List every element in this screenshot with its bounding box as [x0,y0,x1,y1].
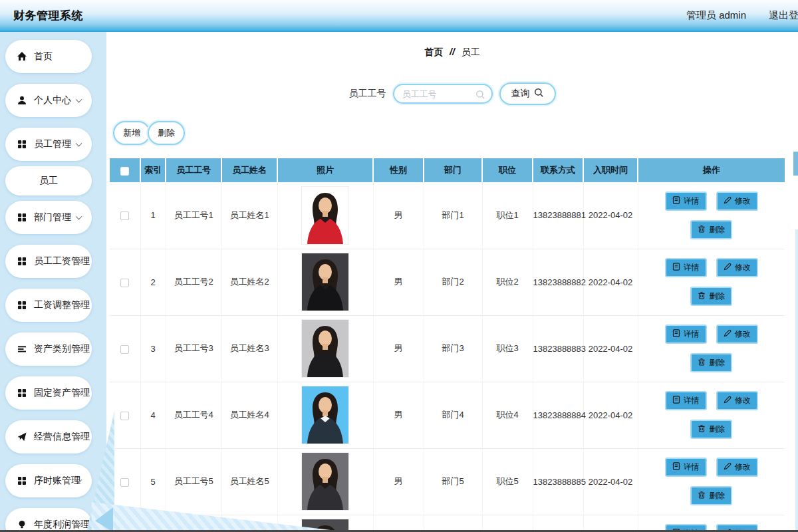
cell-dept: 部门3 [424,315,482,382]
delete-button-label: 删除 [709,291,725,302]
col-header-code: 员工工号 [166,158,221,182]
employee-photo [302,253,348,311]
search-input[interactable] [402,89,474,99]
cell-name: 员工姓名4 [221,382,277,448]
delete-button-label: 删除 [709,424,725,435]
employee-photo [302,453,348,510]
cell-phone: 13823888885 [533,448,583,515]
cell-phone: 13823888884 [533,382,583,448]
breadcrumb-separator: // [446,47,459,57]
bulb-icon [17,519,27,530]
col-header-position: 职位 [482,158,533,182]
cell-position: 职位2 [482,249,533,315]
delete-row-button[interactable]: 删除 [690,420,732,439]
table-toolbar: 新增 删除 [113,121,798,145]
table-row: 4 员工工号4 员工姓名4 男 部门4 职位4 13823888884 2022… [110,382,785,448]
row-checkbox[interactable] [120,478,129,487]
sidebar-item-fixed-asset-mgmt[interactable]: 固定资产管理 [5,376,92,410]
list-icon [17,344,27,354]
cell-position: 职位4 [482,382,533,448]
edit-button[interactable]: 修改 [716,391,758,410]
sidebar-item-personal-center[interactable]: 个人中心 [5,84,92,117]
row-checkbox[interactable] [120,412,129,420]
edit-button[interactable]: 修改 [716,458,758,477]
cell-phone: 13823888883 [533,315,583,382]
sidebar-item-label: 首页 [34,51,53,63]
col-header-actions: 操作 [638,158,785,182]
select-all-checkbox[interactable] [120,167,129,176]
breadcrumb: 首页 // 员工 [106,47,798,59]
detail-button[interactable]: 详情 [665,325,707,344]
trash-icon [698,491,706,501]
sidebar-item-asset-category-mgmt[interactable]: 资产类别管理 [5,332,92,366]
chevron-down-icon [76,96,82,103]
row-actions: 详情 修改 删除 [638,258,785,306]
detail-button[interactable]: 详情 [665,391,707,410]
detail-button[interactable]: 详情 [665,192,707,211]
col-header-date: 入职时间 [583,158,638,182]
breadcrumb-home[interactable]: 首页 [424,47,443,57]
delete-button-label: 删除 [709,357,725,368]
chevron-down-icon [76,213,82,220]
sidebar-item-annual-profit-mgmt[interactable]: 年度利润管理 [5,508,92,532]
cell-gender: 男 [373,382,424,448]
grid-icon [17,212,27,223]
app-title: 财务管理系统 [13,8,83,23]
trash-icon [698,424,706,434]
delete-button[interactable]: 删除 [148,121,185,145]
employee-photo [302,187,348,244]
detail-button[interactable]: 详情 [665,458,707,477]
cell-index: 1 [140,182,166,249]
row-actions: 详情 修改 删除 [638,391,785,439]
cell-position: 职位3 [482,315,533,382]
logout-link[interactable]: 退出登录 [769,9,798,22]
edit-button[interactable]: 修改 [716,192,758,211]
employee-photo [302,320,348,377]
edit-button[interactable]: 修改 [716,258,758,277]
sidebar-item-department-mgmt[interactable]: 部门管理 [5,201,92,234]
col-header-photo: 照片 [277,158,373,182]
user-icon [17,95,27,106]
sidebar-item-salary-mgmt[interactable]: 员工工资管理 [5,245,92,278]
delete-row-button[interactable]: 删除 [690,220,732,239]
delete-button-label: 删除 [709,224,725,235]
delete-row-button[interactable]: 删除 [690,486,732,505]
sidebar-item-employee-mgmt[interactable]: 员工管理 [5,128,92,161]
send-icon [17,432,27,442]
table-row: 1 员工工号1 员工姓名1 男 部门1 职位1 13823888881 2022… [110,182,785,249]
cell-dept: 部门5 [424,448,482,515]
cell-phone: 13823888881 [533,182,583,249]
document-icon [672,329,680,339]
cell-gender: 男 [373,249,424,315]
cell-dept: 部门1 [424,182,482,249]
sidebar-item-home[interactable]: 首页 [5,40,92,73]
cell-index: 4 [140,382,166,448]
trash-icon [698,225,706,235]
row-checkbox[interactable] [120,345,129,354]
grid-icon [17,388,27,398]
detail-button[interactable]: 详情 [665,258,707,277]
delete-row-button[interactable]: 删除 [690,353,732,372]
add-button[interactable]: 新增 [113,121,150,145]
sidebar-item-salary-adjust-mgmt[interactable]: 工资调整管理 [5,289,92,322]
sidebar-item-label: 员工工资管理 [34,255,90,267]
edit-button[interactable]: 修改 [716,325,758,344]
cell-name: 员工姓名1 [221,182,277,249]
sidebar-item-business-info-mgmt[interactable]: 经营信息管理 [5,420,92,454]
top-bar: 财务管理系统 管理员 admin 退出登录 [0,0,798,32]
sidebar-item-journal-mgmt[interactable]: 序时账管理 [5,464,92,497]
row-checkbox[interactable] [120,279,129,287]
scrollbar-thumb[interactable] [793,152,798,176]
pencil-icon [724,329,732,339]
document-icon [672,462,680,472]
query-button[interactable]: 查询 [499,82,556,105]
row-checkbox[interactable] [120,211,129,220]
employee-table-body: 1 员工工号1 员工姓名1 男 部门1 职位1 13823888881 2022… [110,182,785,532]
cell-code: 员工工号2 [166,249,221,315]
delete-row-button[interactable]: 删除 [690,287,732,306]
search-input-wrap [393,84,493,104]
sidebar-item-employee-active[interactable]: 员工 [5,166,92,196]
sidebar-item-label: 年度利润管理 [34,519,90,531]
detail-button-label: 详情 [684,262,700,273]
pencil-icon [724,396,732,406]
